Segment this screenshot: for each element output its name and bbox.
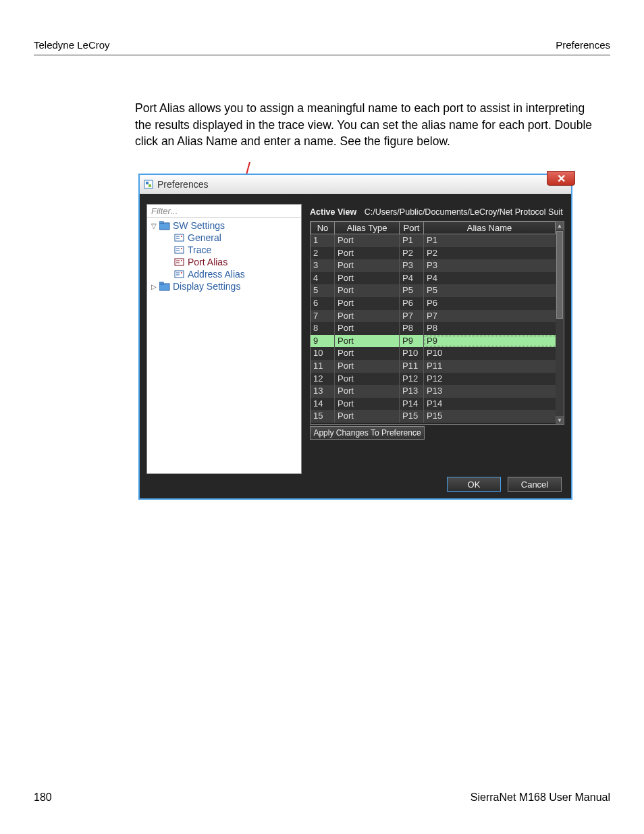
cell-no[interactable]: 13 bbox=[311, 385, 335, 398]
table-row[interactable]: 15PortP15P15 bbox=[311, 410, 564, 423]
tree-node-general[interactable]: General bbox=[149, 232, 300, 244]
apply-changes-button[interactable]: Apply Changes To Preference bbox=[310, 426, 425, 440]
cell-alias-name[interactable]: P5 bbox=[424, 284, 564, 297]
cell-no[interactable]: 5 bbox=[311, 284, 335, 297]
cell-alias-type[interactable]: Port bbox=[335, 322, 400, 335]
close-button[interactable]: ✕ bbox=[547, 171, 575, 186]
cell-no[interactable]: 4 bbox=[311, 272, 335, 285]
table-row[interactable]: 9PortP9P9 bbox=[311, 335, 564, 348]
cell-port[interactable]: P2 bbox=[400, 247, 424, 260]
cell-no[interactable]: 6 bbox=[311, 297, 335, 310]
cell-no[interactable]: 8 bbox=[311, 322, 335, 335]
scroll-down-icon[interactable]: ▼ bbox=[556, 416, 564, 424]
ok-button[interactable]: OK bbox=[447, 477, 501, 492]
svg-rect-19 bbox=[175, 271, 184, 278]
dialog-titlebar[interactable]: Preferences ✕ bbox=[140, 175, 571, 194]
cell-port[interactable]: P11 bbox=[400, 360, 424, 373]
cell-alias-type[interactable]: Port bbox=[335, 347, 400, 360]
cell-alias-name[interactable]: P12 bbox=[424, 373, 564, 386]
tree-node-address-alias[interactable]: Address Alias bbox=[149, 268, 300, 280]
scroll-thumb[interactable] bbox=[556, 231, 563, 319]
table-row[interactable]: 1PortP1P1 bbox=[311, 234, 564, 247]
table-row[interactable]: 6PortP6P6 bbox=[311, 297, 564, 310]
cell-alias-type[interactable]: Port bbox=[335, 297, 400, 310]
cell-alias-type[interactable]: Port bbox=[335, 247, 400, 260]
cell-alias-type[interactable]: Port bbox=[335, 234, 400, 247]
cell-no[interactable]: 12 bbox=[311, 373, 335, 386]
cell-no[interactable]: 7 bbox=[311, 310, 335, 323]
cell-port[interactable]: P15 bbox=[400, 410, 424, 423]
col-port[interactable]: Port bbox=[400, 221, 424, 234]
vertical-scrollbar[interactable]: ▲ ▼ bbox=[556, 221, 564, 424]
cell-alias-type[interactable]: Port bbox=[335, 360, 400, 373]
cell-no[interactable]: 2 bbox=[311, 247, 335, 260]
cell-alias-name[interactable]: P2 bbox=[424, 247, 564, 260]
cell-port[interactable]: P8 bbox=[400, 322, 424, 335]
folder-icon bbox=[159, 282, 170, 291]
cell-port[interactable]: P5 bbox=[400, 284, 424, 297]
cell-alias-name[interactable]: P11 bbox=[424, 360, 564, 373]
table-row[interactable]: 2PortP2P2 bbox=[311, 247, 564, 260]
table-row[interactable]: 3PortP3P3 bbox=[311, 259, 564, 272]
table-row[interactable]: 11PortP11P11 bbox=[311, 360, 564, 373]
cell-port[interactable]: P9 bbox=[400, 335, 424, 348]
tree-node-sw-settings[interactable]: ▽ SW Settings bbox=[149, 219, 300, 232]
cell-port[interactable]: P1 bbox=[400, 234, 424, 247]
cell-no[interactable]: 15 bbox=[311, 410, 335, 423]
cell-port[interactable]: P13 bbox=[400, 385, 424, 398]
table-row[interactable]: 10PortP10P10 bbox=[311, 347, 564, 360]
cell-alias-name[interactable]: P1 bbox=[424, 234, 564, 247]
expand-icon[interactable]: ▽ bbox=[150, 222, 158, 230]
cell-alias-type[interactable]: Port bbox=[335, 398, 400, 411]
cell-no[interactable]: 3 bbox=[311, 259, 335, 272]
cell-alias-name[interactable]: P10 bbox=[424, 347, 564, 360]
expand-icon[interactable]: ▷ bbox=[150, 283, 158, 290]
cell-alias-type[interactable]: Port bbox=[335, 310, 400, 323]
cell-port[interactable]: P10 bbox=[400, 347, 424, 360]
tree-node-port-alias[interactable]: Port Alias bbox=[149, 256, 300, 268]
cell-no[interactable]: 14 bbox=[311, 398, 335, 411]
cell-alias-name[interactable]: P13 bbox=[424, 385, 564, 398]
cell-alias-name[interactable]: P3 bbox=[424, 259, 564, 272]
cell-alias-type[interactable]: Port bbox=[335, 373, 400, 386]
table-row[interactable]: 13PortP13P13 bbox=[311, 385, 564, 398]
cell-alias-name[interactable]: P7 bbox=[424, 310, 564, 323]
table-row[interactable]: 5PortP5P5 bbox=[311, 284, 564, 297]
cell-alias-type[interactable]: Port bbox=[335, 272, 400, 285]
cell-port[interactable]: P12 bbox=[400, 373, 424, 386]
tree-node-trace[interactable]: Trace bbox=[149, 244, 300, 256]
col-no[interactable]: No bbox=[311, 221, 335, 234]
table-row[interactable]: 7PortP7P7 bbox=[311, 310, 564, 323]
cell-no[interactable]: 9 bbox=[311, 335, 335, 348]
cell-alias-type[interactable]: Port bbox=[335, 259, 400, 272]
cell-alias-type[interactable]: Port bbox=[335, 410, 400, 423]
table-row[interactable]: 4PortP4P4 bbox=[311, 272, 564, 285]
cell-no[interactable]: 11 bbox=[311, 360, 335, 373]
cell-alias-type[interactable]: Port bbox=[335, 385, 400, 398]
cell-no[interactable]: 10 bbox=[311, 347, 335, 360]
cell-alias-name[interactable]: P9 bbox=[424, 335, 564, 348]
cell-alias-type[interactable]: Port bbox=[335, 284, 400, 297]
cell-alias-name[interactable]: P14 bbox=[424, 398, 564, 411]
cell-alias-type[interactable]: Port bbox=[335, 335, 400, 348]
cell-no[interactable]: 1 bbox=[311, 234, 335, 247]
table-row[interactable]: 12PortP12P12 bbox=[311, 373, 564, 386]
cell-port[interactable]: P14 bbox=[400, 398, 424, 411]
cell-alias-name[interactable]: P4 bbox=[424, 272, 564, 285]
cell-port[interactable]: P6 bbox=[400, 297, 424, 310]
cell-port[interactable]: P3 bbox=[400, 259, 424, 272]
cancel-button[interactable]: Cancel bbox=[508, 477, 562, 492]
scroll-up-icon[interactable]: ▲ bbox=[556, 221, 564, 230]
col-alias-name[interactable]: Alias Name bbox=[424, 221, 556, 234]
port-alias-grid[interactable]: No Alias Type Port Alias Name 1PortP1P12… bbox=[310, 221, 564, 425]
cell-alias-name[interactable]: P8 bbox=[424, 322, 564, 335]
cell-port[interactable]: P4 bbox=[400, 272, 424, 285]
table-row[interactable]: 14PortP14P14 bbox=[311, 398, 564, 411]
tree-node-display-settings[interactable]: ▷ Display Settings bbox=[149, 280, 300, 292]
col-alias-type[interactable]: Alias Type bbox=[335, 221, 400, 234]
cell-port[interactable]: P7 bbox=[400, 310, 424, 323]
cell-alias-name[interactable]: P6 bbox=[424, 297, 564, 310]
filter-input[interactable]: Filter... bbox=[147, 205, 301, 218]
cell-alias-name[interactable]: P15 bbox=[424, 410, 564, 423]
table-row[interactable]: 8PortP8P8 bbox=[311, 322, 564, 335]
